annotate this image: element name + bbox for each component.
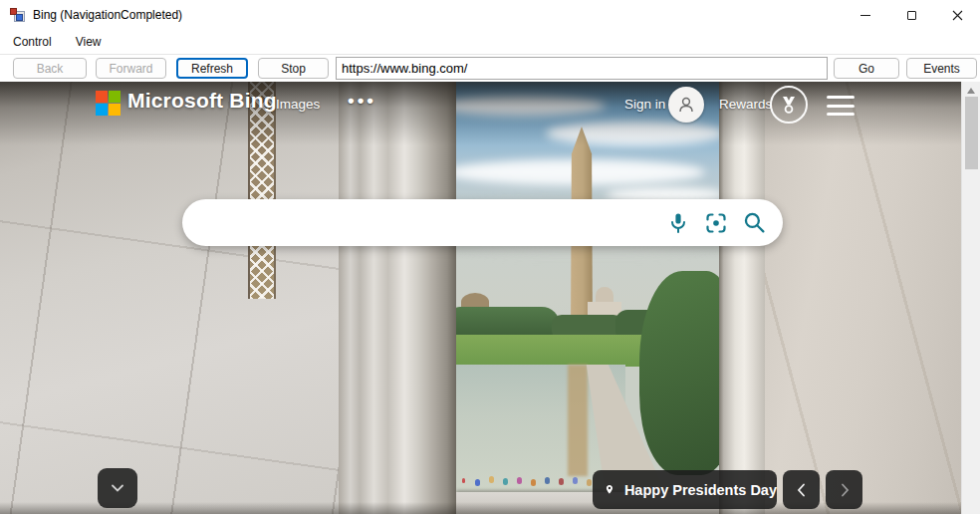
menu-view[interactable]: View [76,35,102,49]
location-pin-icon [606,480,613,499]
crowd [462,478,465,483]
menu-control[interactable]: Control [13,35,52,49]
app-icon[interactable] [10,7,26,23]
profile-icon [676,95,696,115]
previous-image-button[interactable] [783,470,820,509]
monument-reflection [568,365,588,476]
rewards-medal-icon [778,94,800,116]
scrollbar-thumb[interactable] [965,97,978,169]
bing-brand[interactable]: Microsoft Bing [127,89,277,113]
url-input[interactable] [336,57,828,80]
webview-bing-page: Microsoft Bing Images ••• Sign in Reward… [0,82,961,514]
rewards-link[interactable]: Rewards [719,97,772,112]
rewards-button[interactable] [770,86,808,124]
navigation-toolbar: Back Forward Refresh Stop Go Events [0,55,980,82]
search-icon [742,210,767,235]
column-right [719,82,765,514]
microphone-icon [666,211,690,235]
column-left [339,82,456,514]
background-photo [0,82,961,514]
hamburger-menu-icon [827,96,855,99]
events-button[interactable]: Events [906,58,977,79]
window-title: Bing (NavigationCompleted) [33,8,182,22]
next-chevron-icon [837,482,853,498]
refresh-button[interactable]: Refresh [176,58,248,79]
microsoft-logo-icon[interactable] [96,91,121,116]
window-controls [843,0,980,30]
close-button[interactable] [934,0,980,30]
marble-wall-left [0,82,339,514]
search-input[interactable] [206,208,653,238]
stop-button[interactable]: Stop [258,58,329,79]
maximize-icon [907,11,916,20]
banner-label: Happy Presidents Day [624,482,777,498]
collapse-feed-button[interactable] [98,468,137,508]
search-box [182,199,783,246]
search-submit-button[interactable] [741,210,767,236]
menu-bar: Control View [0,30,980,55]
hamburger-menu-button[interactable] [827,96,855,116]
bing-header: Microsoft Bing Images ••• Sign in Reward… [0,82,961,129]
marble-wall-right [765,82,961,514]
image-info-banner[interactable]: Happy Presidents Day [593,470,777,509]
trees-right [639,271,719,475]
maximize-button[interactable] [888,0,934,30]
visual-search-button[interactable] [703,210,729,236]
sign-in-link[interactable]: Sign in [624,97,665,112]
minimize-icon [860,15,870,16]
scenic-view [456,82,719,514]
nav-images-link[interactable]: Images [276,97,320,112]
app-window: Bing (NavigationCompleted) Control View … [0,0,980,514]
scroll-up-icon[interactable] [967,88,975,94]
collapse-chevron-icon [109,479,126,497]
go-button[interactable]: Go [834,58,899,79]
nav-more-button[interactable]: ••• [348,90,376,112]
forward-button[interactable]: Forward [96,58,166,79]
minimize-button[interactable] [843,0,888,30]
close-icon [952,10,963,21]
microphone-button[interactable] [665,210,691,236]
back-button[interactable]: Back [13,58,87,79]
previous-chevron-icon [794,482,810,498]
visual-search-icon [704,211,728,235]
next-image-button[interactable] [826,470,862,509]
title-bar: Bing (NavigationCompleted) [0,0,980,30]
profile-button[interactable] [668,87,704,123]
page-scrollbar[interactable] [961,82,980,514]
